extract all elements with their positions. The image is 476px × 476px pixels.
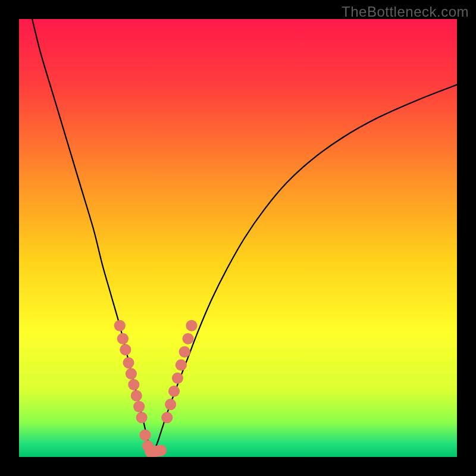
highlight-dot [114, 320, 126, 331]
watermark-text: TheBottleneck.com [342, 4, 469, 20]
highlight-dot [155, 444, 167, 456]
highlight-dot [179, 346, 190, 358]
highlight-dot [126, 368, 137, 380]
highlight-dot [183, 333, 194, 345]
highlight-dot [128, 379, 139, 390]
highlight-dot [139, 430, 151, 441]
highlight-dot [168, 386, 180, 397]
chart-svg [19, 19, 457, 457]
highlight-dot [120, 344, 131, 355]
highlight-dot [117, 333, 129, 345]
highlight-dot [176, 359, 187, 371]
highlight-dot [136, 412, 148, 423]
highlight-dot [186, 320, 197, 331]
highlight-dot [165, 399, 176, 410]
highlight-dot [161, 412, 173, 423]
highlight-dot [133, 401, 145, 412]
chart-plot-area [19, 19, 457, 457]
chart-frame: TheBottleneck.com [0, 0, 476, 476]
highlight-dot [172, 372, 183, 384]
highlight-dot [123, 357, 134, 368]
gradient-background [19, 19, 457, 457]
highlight-dot [131, 390, 142, 401]
